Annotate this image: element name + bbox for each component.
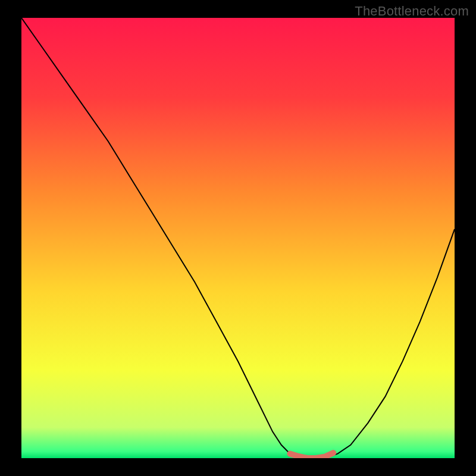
chart-frame: TheBottleneck.com <box>0 0 476 476</box>
gradient-background <box>21 18 455 458</box>
plot-area <box>21 18 455 458</box>
bottleneck-chart <box>21 18 455 458</box>
watermark-text: TheBottleneck.com <box>355 4 469 19</box>
